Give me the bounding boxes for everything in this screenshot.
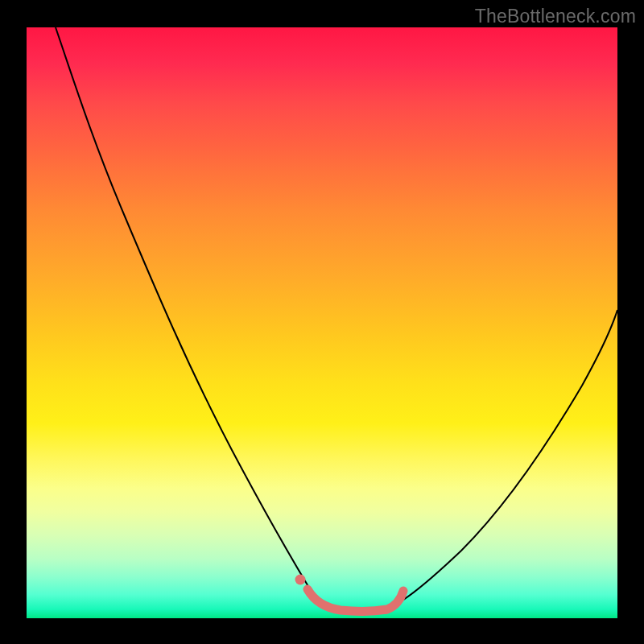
right-curve xyxy=(397,310,617,604)
bottom-segment xyxy=(308,589,403,611)
chart-frame: TheBottleneck.com xyxy=(0,0,644,644)
plot-area xyxy=(27,27,617,618)
left-curve xyxy=(56,27,326,604)
watermark-text: TheBottleneck.com xyxy=(475,6,636,27)
chart-curves xyxy=(27,27,617,618)
left-dot xyxy=(295,574,306,584)
